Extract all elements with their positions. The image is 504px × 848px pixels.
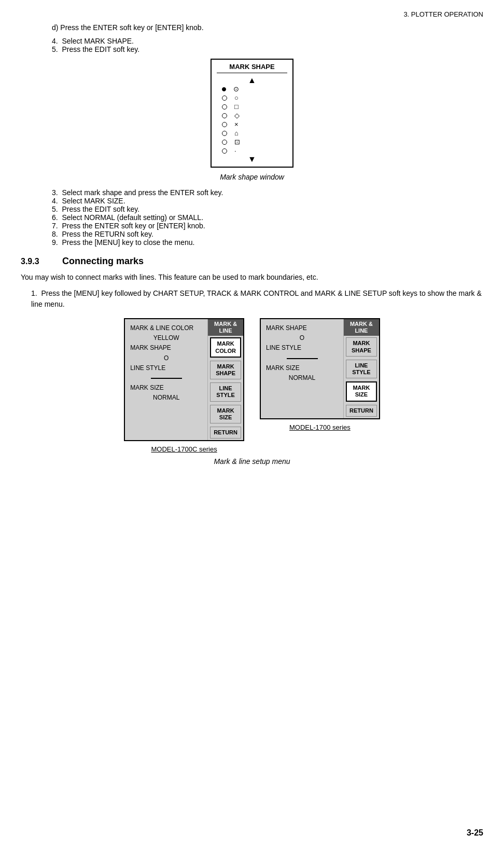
caption-menu: Mark & line setup menu: [21, 457, 483, 466]
shape-row-5: ×: [217, 120, 287, 129]
step-8b: 8. Press the RETURN soft key.: [52, 230, 483, 238]
menu1-wrapper: MARK & LINE COLOR YELLOW MARK SHAPE O LI…: [124, 318, 244, 453]
step-9b: 9. Press the [MENU] key to close the men…: [52, 238, 483, 247]
menu1-btn-mark-size[interactable]: MARKSIZE: [210, 405, 241, 423]
step-1-connect: 1. Press the [MENU] key followed by CHAR…: [31, 288, 483, 310]
menu2-row-4: [266, 353, 338, 363]
menu2-btn-return[interactable]: RETURN: [346, 405, 377, 417]
radio-dot-7: [222, 140, 227, 145]
radio-dot-6: [222, 131, 227, 136]
menu2-row-2: O: [266, 333, 338, 343]
section-body: You may wish to connect marks with lines…: [21, 272, 483, 283]
header-text: 3. PLOTTER OPERATION: [403, 10, 483, 18]
menu1-row-5: LINE STYLE: [130, 363, 202, 373]
menu1-row-6: [130, 373, 202, 383]
menu2-left: MARK SHAPE O LINE STYLE MARK SIZE NORMAL: [261, 319, 344, 418]
menu1-right: MARK &LINE MARKCOLOR MARKSHAPE LINESTYLE…: [208, 319, 243, 440]
menu1-header: MARK &LINE: [208, 319, 243, 336]
menu1-btn-line-style[interactable]: LINESTYLE: [210, 382, 241, 401]
steps-3-9: 3. Select mark shape and press the ENTER…: [52, 188, 483, 247]
menu1-label: MODEL-1700C series: [151, 445, 217, 453]
shape-circle-filled: ⊙: [233, 85, 239, 93]
step-4: 4. Select MARK SHAPE.: [52, 37, 483, 45]
menu2-right: MARK &LINE MARKSHAPE LINESTYLE MARKSIZE …: [344, 319, 379, 418]
menu1-left: MARK & LINE COLOR YELLOW MARK SHAPE O LI…: [125, 319, 208, 440]
radio-dot-4: [222, 113, 227, 118]
step-4b: 4. Select MARK SIZE.: [52, 197, 483, 205]
menu1-btn-mark-shape[interactable]: MARKSHAPE: [210, 361, 241, 379]
menu2-label: MODEL-1700 series: [289, 423, 351, 431]
menu1-row-7: MARK SIZE: [130, 383, 202, 393]
section-header: 3.9.3 Connecting marks: [21, 256, 483, 267]
menu1-row-8: NORMAL: [130, 393, 202, 403]
section-number: 3.9.3: [21, 257, 52, 266]
shape-row-6: ⌂: [217, 129, 287, 138]
caption-mark-shape: Mark shape window: [21, 173, 483, 181]
shape-row-2: ○: [217, 93, 287, 102]
arrow-up-icon: ▲: [217, 76, 287, 85]
shape-square: □: [234, 103, 239, 111]
menu1-outer: MARK & LINE COLOR YELLOW MARK SHAPE O LI…: [124, 318, 244, 441]
menu1-row-2: YELLOW: [130, 333, 202, 343]
shape-row-1: ⊙: [217, 85, 287, 93]
shape-circle: ○: [234, 94, 239, 102]
radio-selected: [222, 87, 226, 91]
menu2-row-5: MARK SIZE: [266, 363, 338, 373]
step-7b: 7. Press the ENTER soft key or [ENTER] k…: [52, 222, 483, 230]
mark-shape-window: MARK SHAPE ▲ ⊙ ○ □ ◇ × ⌂ ⊡ · ▼: [211, 59, 293, 168]
step-1-list: 1. Press the [MENU] key followed by CHAR…: [31, 288, 483, 310]
menu1-btn-mark-color[interactable]: MARKCOLOR: [210, 337, 241, 357]
page-header: 3. PLOTTER OPERATION: [21, 10, 483, 18]
shape-row-4: ◇: [217, 111, 287, 120]
menu2-row-6: NORMAL: [266, 373, 338, 383]
menu1-row-4: O: [130, 353, 202, 363]
menu2-row-3: LINE STYLE: [266, 343, 338, 353]
menu2-outer: MARK SHAPE O LINE STYLE MARK SIZE NORMAL…: [260, 318, 380, 419]
radio-dot-8: [222, 148, 227, 154]
menu2-header: MARK &LINE: [344, 319, 379, 336]
menu1-row-1: MARK & LINE COLOR: [130, 323, 202, 333]
shape-row-3: □: [217, 102, 287, 111]
menu2-btn-mark-size[interactable]: MARKSIZE: [346, 381, 377, 401]
mark-shape-title: MARK SHAPE: [217, 63, 287, 73]
shape-box: ⊡: [234, 138, 240, 146]
step-3b: 3. Select mark shape and press the ENTER…: [52, 188, 483, 197]
arrow-down-icon: ▼: [217, 155, 287, 163]
menus-container: MARK & LINE COLOR YELLOW MARK SHAPE O LI…: [21, 318, 483, 453]
menu2-row-1: MARK SHAPE: [266, 323, 338, 333]
menu2-btn-mark-shape[interactable]: MARKSHAPE: [346, 337, 377, 356]
shape-cross: ×: [234, 120, 239, 128]
menu2-wrapper: MARK SHAPE O LINE STYLE MARK SIZE NORMAL…: [260, 318, 380, 453]
page-number: 3-25: [467, 828, 483, 838]
menu1-row-3: MARK SHAPE: [130, 343, 202, 353]
shape-dot: ·: [234, 147, 236, 155]
step-d: d) Press the ENTER soft key or [ENTER] k…: [52, 23, 483, 32]
steps-4-5: 4. Select MARK SHAPE. 5. Press the EDIT …: [52, 37, 483, 53]
radio-dot-5: [222, 122, 227, 127]
step-5b: 5. Press the EDIT soft key.: [52, 205, 483, 213]
shape-row-8: ·: [217, 146, 287, 155]
shape-house: ⌂: [234, 129, 239, 137]
step-6b: 6. Select NORMAL (default setting) or SM…: [52, 213, 483, 222]
step-5: 5. Press the EDIT soft key.: [52, 45, 483, 53]
radio-dot-2: [222, 95, 227, 101]
menu2-btn-line-style[interactable]: LINESTYLE: [346, 360, 377, 378]
radio-dot-3: [222, 104, 227, 110]
menu1-btn-return[interactable]: RETURN: [210, 427, 241, 439]
shape-diamond: ◇: [234, 112, 240, 119]
section-title: Connecting marks: [62, 256, 144, 267]
shape-row-7: ⊡: [217, 138, 287, 146]
